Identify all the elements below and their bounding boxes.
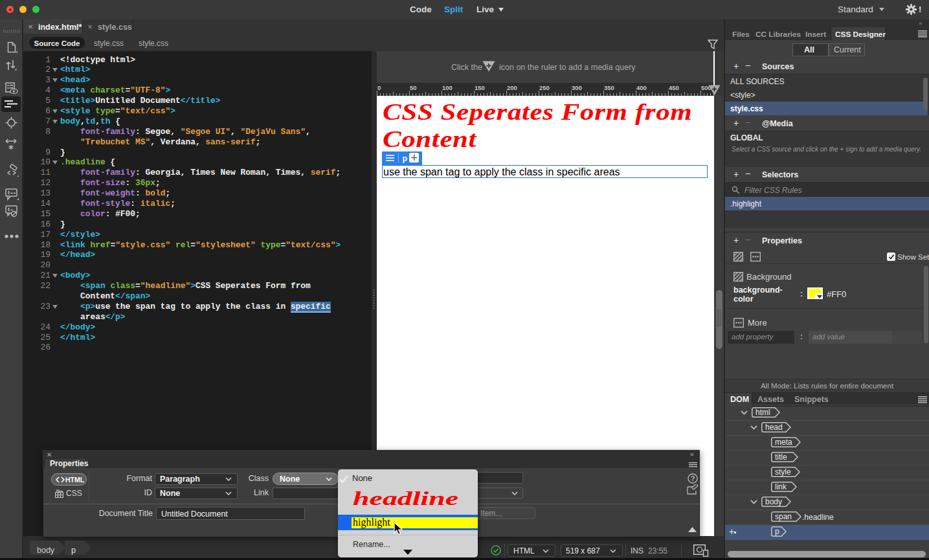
svg-text:title: title (775, 453, 787, 462)
svg-text:head: head (765, 423, 783, 432)
svg-text:400: 400 (636, 84, 647, 91)
svg-text:200: 200 (507, 84, 517, 91)
svg-text:span: span (775, 512, 792, 521)
svg-text:300: 300 (572, 84, 582, 91)
svg-text:style: style (775, 467, 791, 476)
svg-text:0: 0 (377, 84, 381, 91)
svg-text:100: 100 (442, 84, 453, 91)
svg-text:150: 150 (475, 84, 485, 91)
svg-text:?: ? (691, 475, 695, 482)
svg-text:350: 350 (604, 84, 614, 91)
svg-text:link: link (775, 482, 787, 491)
svg-text:html: html (756, 408, 770, 417)
svg-text:p: p (775, 527, 779, 536)
svg-text:body: body (765, 497, 782, 506)
svg-text:meta: meta (775, 438, 792, 447)
svg-text:250: 250 (539, 84, 550, 91)
svg-text:50: 50 (410, 84, 417, 91)
svg-text:450: 450 (669, 84, 679, 91)
